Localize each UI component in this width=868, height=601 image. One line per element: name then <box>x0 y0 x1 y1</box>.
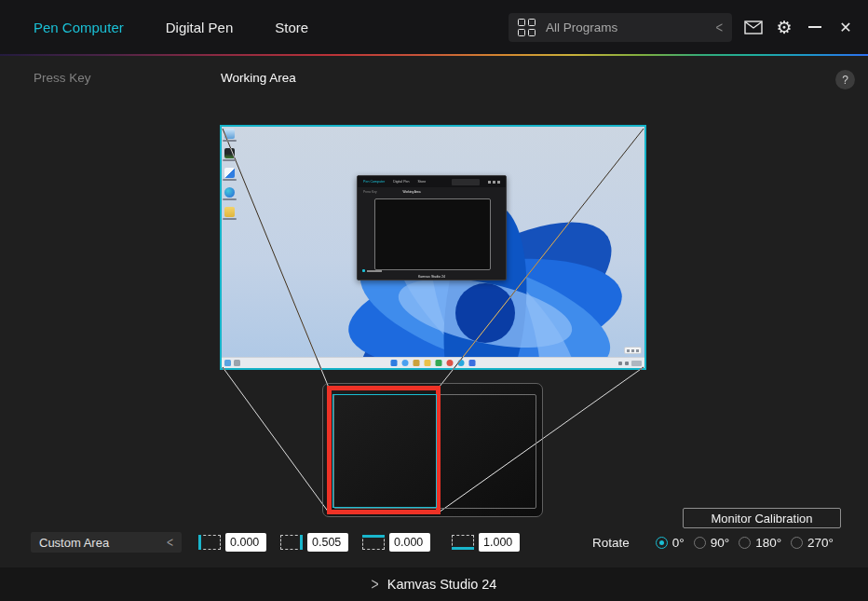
apps-grid-icon <box>518 19 536 36</box>
area-preset-select[interactable]: Custom Area < <box>31 532 182 553</box>
search-icon <box>402 360 409 366</box>
monitor-calibration-button[interactable]: Monitor Calibration <box>683 508 841 528</box>
mini-nav-digital-pen: Digital Pen <box>393 180 409 184</box>
mail-icon[interactable] <box>744 18 763 36</box>
rotate-180-radio[interactable]: 180° <box>739 536 781 550</box>
desktop-icon-pen-app <box>224 168 235 178</box>
offset-left-icon <box>198 535 221 550</box>
desktop-icon-folder <box>224 207 235 217</box>
settings-gear-icon[interactable]: ⚙ <box>775 18 793 36</box>
monitor-preview: Pen Computer Digital Pen Store Press Key… <box>220 125 646 370</box>
rotate-270-radio[interactable]: 270° <box>791 536 834 550</box>
desktop-icon-image <box>224 148 235 158</box>
offset-right-input[interactable] <box>307 533 348 552</box>
mini-device-name: Kamvas Studio 24 <box>358 275 506 279</box>
all-programs-label: All Programs <box>546 20 705 34</box>
tab-press-key[interactable]: Press Key <box>34 71 91 85</box>
help-icon[interactable]: ? <box>835 70 855 89</box>
store-icon <box>469 360 476 366</box>
device-bar: > Kamvas Studio 24 <box>0 567 868 601</box>
edge-icon <box>458 360 465 366</box>
mini-all-programs <box>452 179 480 185</box>
titlebar-right: All Programs < ⚙ ✕ <box>509 13 868 42</box>
taskbar-clock <box>631 361 642 366</box>
chrome-icon <box>447 360 454 366</box>
mini-nav-pen-computer: Pen Computer <box>363 180 385 184</box>
close-icon[interactable]: ✕ <box>836 18 855 36</box>
device-name: Kamvas Studio 24 <box>387 577 497 592</box>
rotate-0-radio[interactable]: 0° <box>656 536 685 550</box>
desktop-icon-edge <box>224 187 235 198</box>
mini-nav-store: Store <box>418 180 427 184</box>
chevron-left-icon: < <box>715 19 723 36</box>
nav-digital-pen[interactable]: Digital Pen <box>166 20 234 35</box>
minimize-icon[interactable] <box>806 18 824 36</box>
windows-taskbar <box>222 357 644 368</box>
chevron-left-icon: < <box>167 535 173 551</box>
main-nav: Pen Computer Digital Pen Store <box>0 20 308 35</box>
offset-top-input[interactable] <box>389 533 430 552</box>
offset-bottom-icon <box>452 535 474 550</box>
folder-icon <box>425 360 431 366</box>
explorer-icon <box>414 360 420 366</box>
desktop-icon-recycle-bin <box>224 129 235 139</box>
rotate-group: Rotate 0° 90° 180° 270° <box>592 532 834 553</box>
controls-row: Custom Area < Rotate 0° 9 <box>0 532 868 553</box>
title-bar: Pen Computer Digital Pen Store All Progr… <box>0 0 868 54</box>
offset-left-input[interactable] <box>225 533 266 552</box>
mini-driver-window-preview: Pen Computer Digital Pen Store Press Key… <box>357 175 507 280</box>
mini-tablet-rect <box>374 198 491 270</box>
mini-tab-working-area: Working Area <box>403 190 421 194</box>
offset-right-icon <box>280 535 303 550</box>
app-icon <box>436 360 442 366</box>
all-programs-select[interactable]: All Programs < <box>509 13 732 42</box>
header-gradient-divider <box>0 54 868 56</box>
mini-tab-press-key: Press Key <box>363 190 377 194</box>
start-icon <box>391 360 398 366</box>
rotate-label: Rotate <box>592 536 630 550</box>
rotate-90-radio[interactable]: 90° <box>694 536 729 550</box>
expand-chevron-icon[interactable]: > <box>372 575 379 594</box>
tab-working-area: Working Area <box>221 71 296 85</box>
offset-top-icon <box>362 535 385 550</box>
area-preset-value: Custom Area <box>39 536 167 550</box>
desktop-widgets-pill <box>624 347 642 354</box>
working-area-inner-outline <box>332 394 437 508</box>
offset-bottom-input[interactable] <box>479 533 520 552</box>
nav-pen-computer[interactable]: Pen Computer <box>34 20 124 35</box>
nav-store[interactable]: Store <box>275 20 308 35</box>
